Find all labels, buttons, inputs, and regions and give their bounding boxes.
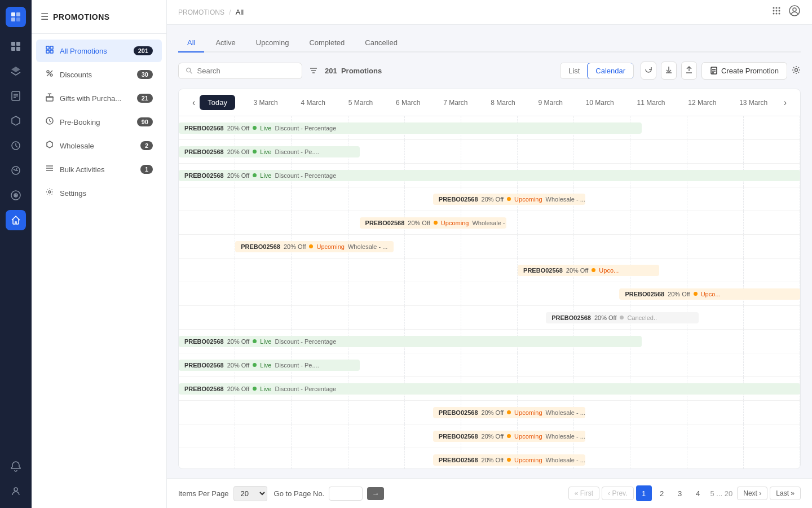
promo-bar[interactable]: PREBO02568 20% Off Upcoming Wholesale - … — [433, 194, 585, 205]
filter-button[interactable] — [309, 66, 318, 75]
go-to-page-button[interactable]: → — [367, 487, 383, 500]
promo-bar[interactable]: PREBO02568 20% Off Upcoming Wholesale - … — [360, 217, 506, 229]
page-num-2[interactable]: 2 — [654, 485, 670, 501]
promo-bar[interactable]: PREBO02568 20% Off Upcoming Wholesale - … — [433, 454, 585, 466]
nav-analytics-icon[interactable] — [6, 160, 26, 181]
sidebar-item-settings[interactable]: Settings — [36, 182, 162, 204]
nav-orders-icon[interactable] — [6, 86, 26, 106]
calendar-row[interactable]: PREBO02568 20% Off Live Discount - Perce… — [179, 330, 800, 353]
promo-category: Wholesale - ... — [472, 220, 506, 226]
calendar-row[interactable]: PREBO02568 20% Off Live Discount - Pe...… — [179, 353, 800, 377]
promo-status-dot — [253, 150, 257, 154]
promo-bar[interactable]: PREBO02568 20% Off Live Discount - Perce… — [179, 383, 800, 395]
calendar-row[interactable]: PREBO02568 20% Off Live Discount - Perce… — [179, 377, 800, 401]
calendar-row[interactable]: PREBO02568 20% Off Canceled.. — [179, 306, 800, 330]
calendar-prev-button[interactable]: ‹ — [188, 95, 200, 110]
promo-count: 201 Promotions — [325, 67, 553, 75]
create-promotion-button[interactable]: Create Promotion — [701, 62, 787, 80]
nav-bell-icon[interactable] — [6, 456, 26, 476]
promo-bar[interactable]: PREBO02568 20% Off Live Discount - Pe...… — [179, 360, 360, 371]
calendar-row[interactable]: PREBO02568 20% Off Live Discount - Pe...… — [179, 140, 800, 164]
svg-point-21 — [50, 74, 52, 76]
tab-active[interactable]: Active — [206, 34, 244, 52]
sidebar-menu-icon[interactable]: ☰ — [41, 11, 48, 22]
calendar-date: 11 March — [632, 97, 669, 109]
calendar-row[interactable]: PREBO02568 20% Off Upcoming Wholesale - … — [179, 211, 800, 235]
promo-bar[interactable]: PREBO02568 20% Off Live Discount - Perce… — [179, 170, 800, 181]
grid-icon[interactable] — [771, 6, 782, 19]
calendar-row[interactable]: PREBO02568 20% Off Upcoming Wholesale - … — [179, 187, 800, 211]
nav-clock-icon[interactable] — [6, 135, 26, 156]
view-calendar-button[interactable]: Calendar — [587, 63, 634, 79]
promo-bar[interactable]: PREBO02568 20% Off Live Discount - Perce… — [179, 336, 642, 347]
calendar-row[interactable]: PREBO02568 20% Off Upco... — [179, 282, 800, 306]
calendar-today-button[interactable]: Today — [200, 95, 235, 110]
toolbar: 201 Promotions List Calendar — [178, 62, 801, 80]
svg-rect-0 — [11, 12, 15, 16]
calendar-row[interactable]: PREBO02568 20% Off Upcoming Wholesale - … — [179, 401, 800, 424]
nav-layers-icon[interactable] — [6, 61, 26, 81]
calendar-row[interactable]: PREBO02568 20% Off Upco... — [179, 259, 800, 282]
calendar-row[interactable]: PREBO02568 20% Off Upcoming Wholesale - … — [179, 235, 800, 259]
content-area: All Active Upcoming Completed Cancelled — [167, 25, 812, 478]
tab-completed[interactable]: Completed — [300, 34, 354, 52]
svg-point-35 — [779, 10, 780, 12]
nav-settings-icon[interactable] — [6, 185, 26, 205]
items-per-page-select[interactable]: 20 50 100 — [233, 486, 267, 501]
page-num-4[interactable]: 4 — [690, 485, 706, 501]
promo-bar[interactable]: PREBO02568 20% Off Live Discount - Pe...… — [179, 146, 360, 157]
promo-bar[interactable]: PREBO02568 20% Off Upcoming Wholesale - … — [433, 431, 585, 442]
sidebar-item-gifts[interactable]: Gifts with Purcha... 21 — [36, 87, 162, 110]
nav-products-icon[interactable] — [6, 111, 26, 131]
refresh-button[interactable] — [641, 62, 656, 80]
promo-bar[interactable]: PREBO02568 20% Off Upcoming Wholesale - … — [235, 241, 394, 252]
tab-cancelled[interactable]: Cancelled — [356, 34, 407, 52]
calendar-next-button[interactable]: › — [779, 95, 791, 110]
promo-status: Live — [260, 362, 271, 369]
prev-page-button[interactable]: ‹ Prev. — [602, 487, 633, 500]
icon-bar — [0, 0, 32, 508]
next-page-button[interactable]: Next › — [737, 487, 767, 500]
promo-bar[interactable]: PREBO02568 20% Off Canceled.. — [546, 312, 698, 323]
sidebar-item-pre-booking[interactable]: Pre-Booking 90 — [36, 111, 162, 133]
promo-discount: 20% Off — [482, 196, 504, 203]
promo-bar[interactable]: PREBO02568 20% Off Upco... — [619, 288, 800, 300]
view-list-button[interactable]: List — [561, 63, 588, 78]
sidebar-item-bulk-activities[interactable]: Bulk Activities 1 — [36, 158, 162, 181]
sidebar-item-wholesale[interactable]: Wholesale 2 — [36, 134, 162, 157]
tab-all[interactable]: All — [178, 34, 204, 52]
calendar-row[interactable]: PREBO02568 20% Off Live Discount - Perce… — [179, 116, 800, 140]
last-page-button[interactable]: Last » — [770, 487, 801, 500]
gifts-icon — [45, 93, 54, 104]
search-box[interactable] — [178, 63, 302, 79]
promo-category: Discount - Percentage — [275, 172, 336, 179]
page-num-1[interactable]: 1 — [636, 485, 652, 501]
go-to-page-input[interactable] — [329, 487, 363, 501]
nav-promotions-icon[interactable] — [6, 210, 26, 230]
first-page-button[interactable]: « First — [568, 487, 599, 500]
calendar-row[interactable]: PREBO02568 20% Off Upcoming Wholesale - … — [179, 448, 800, 468]
promo-category: Wholesale - ... — [546, 457, 585, 463]
upload-button[interactable] — [681, 62, 697, 80]
search-input[interactable] — [197, 67, 295, 75]
nav-user-icon[interactable] — [6, 481, 26, 501]
nav-dashboard-icon[interactable] — [6, 36, 26, 56]
user-profile-icon[interactable] — [788, 5, 801, 20]
calendar-row[interactable]: PREBO02568 20% Off Upcoming Wholesale - … — [179, 424, 800, 448]
page-num-3[interactable]: 3 — [672, 485, 688, 501]
download-button[interactable] — [661, 62, 677, 80]
promo-bar[interactable]: PREBO02568 20% Off Upco... — [518, 265, 659, 276]
svg-rect-16 — [46, 46, 49, 49]
calendar-dates: 3 March4 March5 March6 March7 March8 Mar… — [242, 97, 779, 109]
calendar-settings-icon[interactable] — [792, 65, 801, 76]
search-icon — [186, 67, 193, 75]
promo-bar[interactable]: PREBO02568 20% Off Upcoming Wholesale - … — [433, 407, 585, 418]
sidebar-item-all-promotions[interactable]: All Promotions 201 — [36, 40, 162, 62]
all-promotions-icon — [45, 45, 54, 56]
promo-bar[interactable]: PREBO02568 20% Off Live Discount - Perce… — [179, 122, 642, 134]
tab-upcoming[interactable]: Upcoming — [247, 34, 298, 52]
promo-status-dot — [434, 221, 438, 225]
sidebar-item-discounts[interactable]: Discounts 30 — [36, 63, 162, 86]
calendar-row[interactable]: PREBO02568 20% Off Live Discount - Perce… — [179, 164, 800, 187]
top-icons — [771, 5, 801, 20]
